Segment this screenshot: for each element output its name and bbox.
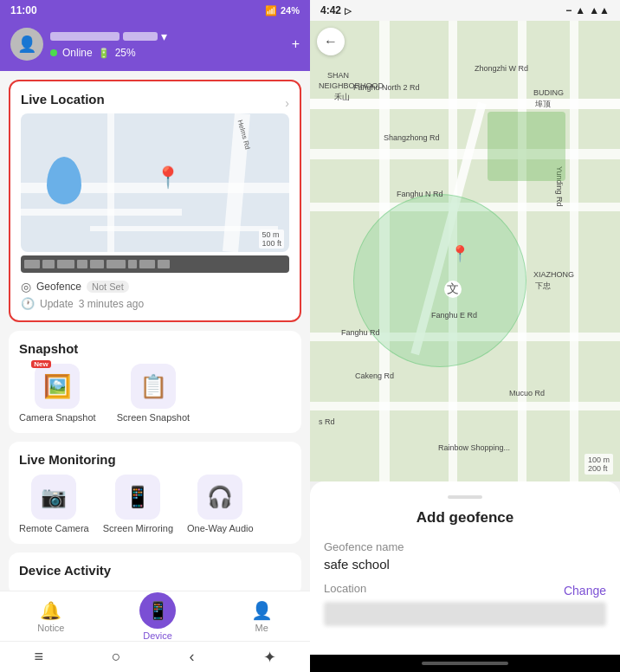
map-label-fanghu-e: Fanghu E Rd <box>431 311 477 320</box>
geofence-name-value: safe school <box>324 557 606 572</box>
geofence-label: Geofence <box>36 281 81 293</box>
live-location-title: Live Location <box>21 92 105 107</box>
camera-snapshot-label: Camera Snapshot <box>19 412 96 423</box>
battery-text: 24% <box>281 5 300 16</box>
online-label: Online <box>62 47 93 59</box>
wifi-icon-right: ▲ <box>575 4 585 16</box>
map-scale: 50 m 100 ft <box>259 229 284 249</box>
map-label-buding-cn: 埠顶 <box>535 99 551 110</box>
remote-camera-icon: 📷 <box>31 475 76 520</box>
right-time: 4:42 <box>320 4 341 16</box>
geofence-icon: ◎ <box>21 280 31 294</box>
snapshot-grid: New 🖼️ Camera Snapshot 📋 Screen Snapshot <box>19 364 291 423</box>
slider-tick <box>42 260 55 268</box>
poi-marker: 📍 <box>450 244 469 263</box>
add-icon[interactable]: + <box>292 36 300 52</box>
device-name-block2 <box>123 32 158 41</box>
sys-nav: ≡ ○ ‹ ✦ <box>0 641 310 672</box>
screen-mirroring-icon: 📱 <box>115 475 160 520</box>
map-label-fanghu-n2: Fanghu North 2 Rd <box>353 83 420 92</box>
nav-device[interactable]: 📱 Device <box>139 592 176 641</box>
slider-tick <box>24 260 40 268</box>
geofence-name-label: Geofence name <box>324 540 606 553</box>
right-status-bar: 4:42 ▷ − ▲ ▲▲ <box>310 0 620 21</box>
snapshot-title: Snapshot <box>19 341 78 356</box>
remote-camera-label: Remote Camera <box>19 523 89 533</box>
slider-tick <box>158 260 170 268</box>
play-icon: ▷ <box>345 6 352 16</box>
screen-snapshot-label: Screen Snapshot <box>117 412 190 423</box>
device-label: Device <box>143 630 172 641</box>
location-section: Location Change <box>324 582 606 626</box>
live-location-map[interactable]: 📍 Helms Rd 50 m 100 ft <box>21 113 289 252</box>
device-name-row: ▾ <box>50 29 167 43</box>
avatar: 👤 <box>10 28 43 61</box>
bottom-nav: 🔔 Notice 📱 Device 👤 Me <box>0 591 310 641</box>
right-status-icons: − ▲ ▲▲ <box>565 4 610 16</box>
green-area <box>488 112 565 181</box>
right-bottom-bar <box>310 655 620 672</box>
left-time: 11:00 <box>10 4 37 16</box>
extra-btn[interactable]: ✦ <box>263 648 276 667</box>
screen-snapshot-item[interactable]: 📋 Screen Snapshot <box>117 364 190 423</box>
dropdown-icon[interactable]: ▾ <box>161 29 167 43</box>
nav-me[interactable]: 👤 Me <box>251 600 273 633</box>
location-blob <box>47 157 81 204</box>
live-location-card: Live Location › 📍 Helms Rd 50 m 100 ft <box>9 80 301 322</box>
live-location-arrow[interactable]: › <box>285 96 289 110</box>
live-monitoring-card: Live Monitoring 📷 Remote Camera 📱 Screen… <box>9 442 301 544</box>
change-button[interactable]: Change <box>564 584 606 598</box>
nav-notice[interactable]: 🔔 Notice <box>37 600 64 633</box>
location-value-blurred <box>324 602 606 626</box>
device-name-block <box>50 32 119 41</box>
notice-icon: 🔔 <box>40 600 61 621</box>
map-view[interactable]: SHAN NEIGHBORHOOD 禾山 BUDING 埠顶 XIAZHONG … <box>310 21 620 481</box>
remote-camera-item[interactable]: 📷 Remote Camera <box>19 475 89 533</box>
screen-snapshot-icon-box: 📋 <box>131 364 176 409</box>
location-label: Location <box>324 582 366 595</box>
map-label-xiazhong-cn: 下忠 <box>535 281 551 292</box>
left-status-bar: 11:00 📶 24% <box>0 0 310 21</box>
geofence-value: Not Set <box>87 281 129 293</box>
right-panel: 4:42 ▷ − ▲ ▲▲ SHAN NEIGHBORHOOD 禾山 BUDIN… <box>310 0 620 672</box>
map-label-buding: BUDING <box>533 88 564 97</box>
update-label: Update <box>40 298 74 310</box>
add-geofence-sheet: Add geofence Geofence name safe school L… <box>310 481 620 655</box>
back-button[interactable]: ← <box>317 28 345 55</box>
one-way-audio-item[interactable]: 🎧 One-Way Audio <box>187 475 254 533</box>
header-left: 👤 ▾ Online 🔋 25% <box>10 28 167 61</box>
back-btn-sys[interactable]: ‹ <box>190 648 195 666</box>
slider-tick <box>139 260 155 268</box>
one-way-audio-icon: 🎧 <box>197 475 242 520</box>
slider-tick <box>57 260 74 268</box>
slider-tick <box>128 260 137 268</box>
one-way-audio-label: One-Way Audio <box>187 523 254 533</box>
map-scale-right: 100 m 200 ft <box>584 454 613 475</box>
home-btn[interactable]: ○ <box>112 648 121 666</box>
battery-percent: 25% <box>115 47 136 59</box>
slider-tick <box>107 260 126 268</box>
wifi-icon: 📶 <box>265 5 277 16</box>
sheet-handle <box>448 495 482 499</box>
screen-mirroring-label: Screen Mirroring <box>103 523 173 533</box>
map-label-fanghu: Fanghu Rd <box>341 328 380 337</box>
camera-snapshot-icon-box: New 🖼️ <box>35 364 80 409</box>
update-row: 🕐 Update 3 minutes ago <box>21 297 289 310</box>
map-pin: 📍 <box>155 165 181 190</box>
map-label-s-rd: s Rd <box>319 417 335 426</box>
notice-label: Notice <box>37 623 64 633</box>
device-activity-card: Device Activity <box>9 552 301 591</box>
camera-snapshot-item[interactable]: New 🖼️ Camera Snapshot <box>19 364 96 423</box>
map-label-xiazhong: XIAZHONG <box>533 270 574 279</box>
online-indicator <box>50 49 57 56</box>
map-label-cakeng: Cakeng Rd <box>355 372 394 380</box>
new-badge: New <box>31 360 50 368</box>
app-header: 👤 ▾ Online 🔋 25% + <box>0 21 310 71</box>
menu-btn[interactable]: ≡ <box>34 648 43 666</box>
screen-mirroring-item[interactable]: 📱 Screen Mirroring <box>103 475 173 533</box>
map-timeline-slider[interactable] <box>21 255 289 273</box>
battery-icon: 🔋 <box>98 48 110 59</box>
map-label-heshan: 禾山 <box>334 92 350 103</box>
sheet-title: Add geofence <box>324 509 606 527</box>
device-activity-title: Device Activity <box>19 563 111 578</box>
